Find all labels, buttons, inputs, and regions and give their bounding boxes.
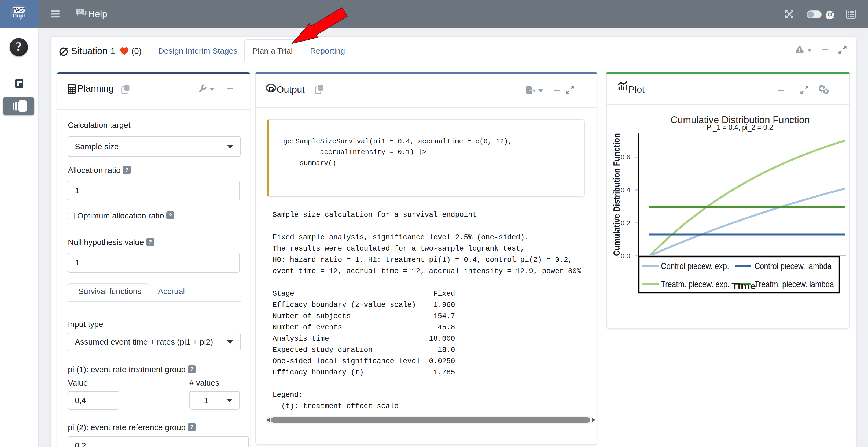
svg-text:Time: Time	[732, 281, 756, 291]
svg-text:Treatm. piecew. lambda: Treatm. piecew. lambda	[754, 279, 834, 289]
svg-text:Control piecew. lambda: Control piecew. lambda	[754, 261, 832, 271]
svg-text:0.2: 0.2	[621, 219, 630, 227]
svg-text:0.6: 0.6	[621, 153, 630, 161]
svg-text:0.0: 0.0	[621, 252, 630, 260]
svg-text:Treatm. piecew. exp.: Treatm. piecew. exp.	[661, 279, 730, 289]
svg-text:?: ?	[78, 9, 81, 14]
svg-text:R: R	[269, 85, 274, 93]
svg-text:Cumulative Distribution Functi: Cumulative Distribution Function	[611, 133, 621, 256]
svg-text:Control piecew. exp.: Control piecew. exp.	[661, 261, 729, 271]
svg-text:0.4: 0.4	[621, 186, 630, 194]
svg-text:Pi_1 = 0.4, pi_2 = 0.2: Pi_1 = 0.4, pi_2 = 0.2	[707, 123, 773, 132]
